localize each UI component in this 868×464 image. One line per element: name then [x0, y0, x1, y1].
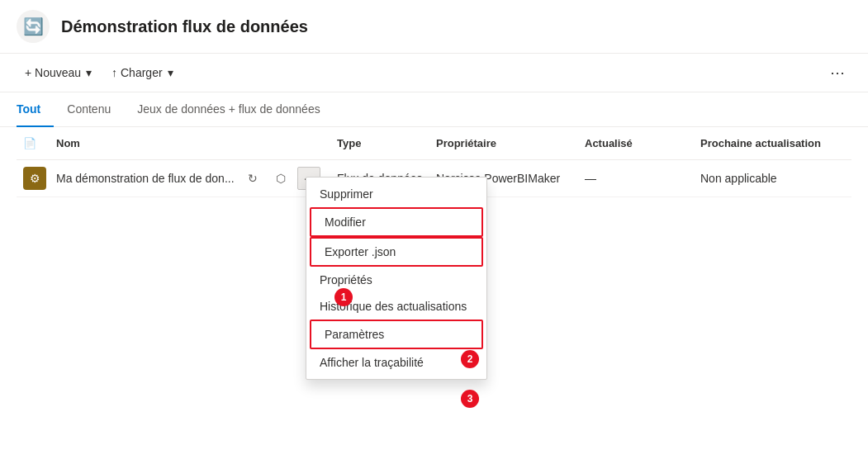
new-button[interactable]: + Nouveau ▾	[17, 61, 100, 84]
menu-item-historique[interactable]: Historique des actualisations	[306, 293, 486, 320]
menu-item-parametres[interactable]: Paramètres	[310, 320, 483, 349]
col-name: Nom	[50, 134, 330, 153]
tab-tout[interactable]: Tout	[17, 92, 54, 127]
context-menu: Supprimer Modifier Exporter .json Propri…	[306, 177, 487, 380]
toolbar-more-button[interactable]: ⋯	[823, 60, 851, 85]
tabs-bar: Tout Contenu Jeux de données + flux de d…	[0, 92, 868, 127]
row-name-cell: Ma démonstration de flux de don... ↻ ⬡ ·…	[50, 163, 330, 193]
dataflow-icon: ⚙	[23, 167, 46, 190]
table-header: 📄 Nom Type Propriétaire Actualisé Procha…	[17, 127, 851, 160]
col-next-update: Prochaine actualisation	[694, 134, 851, 153]
col-owner: Propriétaire	[429, 134, 578, 153]
menu-item-supprimer[interactable]: Supprimer	[306, 181, 486, 207]
row-updated-cell: —	[578, 168, 694, 188]
lineage-icon-button[interactable]: ⬡	[269, 167, 292, 190]
toolbar: + Nouveau ▾ ↑ Charger ▾ ⋯	[0, 54, 868, 92]
load-label: ↑ Charger	[111, 66, 162, 79]
tab-jeux-de-donnees[interactable]: Jeux de données + flux de données	[124, 92, 333, 127]
annotation-badge-1: 1	[334, 288, 353, 306]
row-next-update-cell: Non applicable	[694, 168, 851, 188]
refresh-icon-button[interactable]: ↻	[241, 167, 264, 190]
col-updated: Actualisé	[578, 134, 694, 153]
load-button[interactable]: ↑ Charger ▾	[103, 61, 181, 84]
annotation-badge-2: 2	[461, 350, 479, 368]
main-table: 📄 Nom Type Propriétaire Actualisé Procha…	[0, 127, 868, 197]
page-icon: 🔄	[17, 10, 50, 43]
col-type: Type	[330, 134, 429, 153]
annotation-badge-3: 3	[461, 390, 479, 408]
row-icon-cell: ⚙	[17, 163, 50, 193]
chevron-down-icon: ▾	[168, 66, 173, 79]
menu-item-exporter[interactable]: Exporter .json	[310, 237, 483, 267]
file-icon: 📄	[23, 137, 36, 149]
menu-item-proprietes[interactable]: Propriétés	[306, 267, 486, 293]
col-icon: 📄	[17, 134, 50, 153]
new-label: + Nouveau	[25, 66, 81, 79]
menu-item-modifier[interactable]: Modifier	[310, 207, 483, 237]
row-name-text: Ma démonstration de flux de don...	[56, 172, 235, 185]
page-title: Démonstration flux de données	[61, 17, 308, 36]
page-header: 🔄 Démonstration flux de données	[0, 0, 868, 54]
menu-item-tracabilite[interactable]: Afficher la traçabilité	[306, 349, 486, 376]
tab-contenu[interactable]: Contenu	[54, 92, 124, 127]
chevron-down-icon: ▾	[86, 66, 92, 79]
